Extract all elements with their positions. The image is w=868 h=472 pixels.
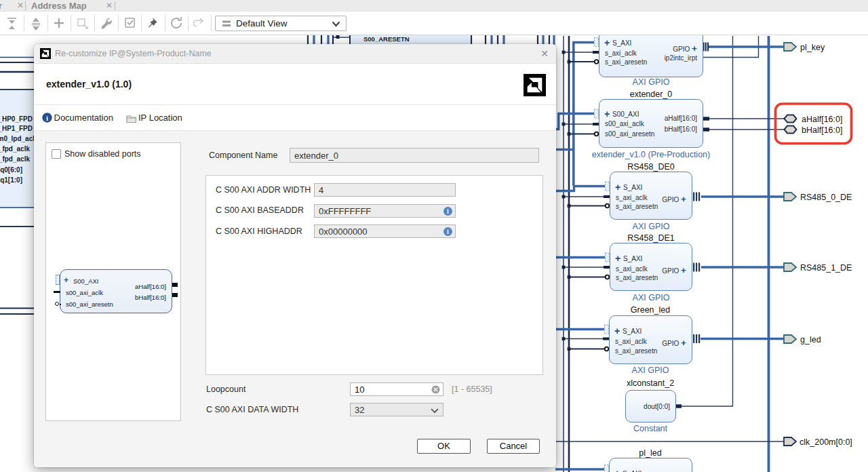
svg-text:i: i (46, 114, 48, 122)
